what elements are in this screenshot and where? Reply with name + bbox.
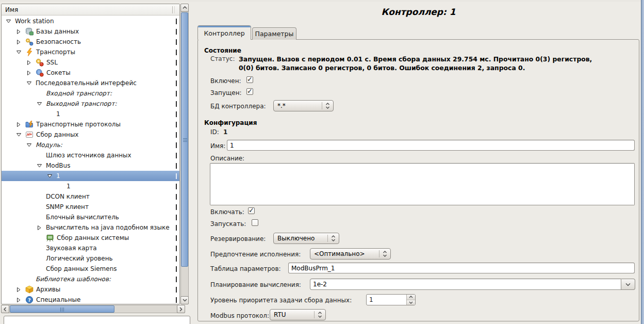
tree-item[interactable]: ?Специальные (2, 295, 179, 304)
tree-vertical-scrollbar-thumb[interactable] (181, 12, 188, 267)
tree-item[interactable]: Библиотека шаблонов: (2, 274, 179, 284)
tree-item[interactable]: Транспортные протоколы (2, 119, 179, 129)
tree-item[interactable]: Сбор данных (2, 129, 179, 140)
tree-item[interactable]: Выходной транспорт: (2, 99, 179, 109)
redundancy-select[interactable]: Выключено (273, 233, 339, 244)
tab-parameters[interactable]: Параметры (252, 27, 296, 40)
selected-value: <Оптимально> (310, 250, 379, 257)
to-enable-label: Включать: (210, 208, 244, 216)
expand-arrow-icon[interactable] (16, 297, 25, 303)
tree-item[interactable]: Сокеты (2, 68, 179, 78)
to-start-checkbox[interactable] (252, 219, 258, 226)
tab-controller[interactable]: Контроллер (197, 25, 251, 40)
status-text-line2: 0(0) битов. Записано 0 регистров, 0 бито… (239, 63, 623, 72)
combo-arrows-icon (328, 235, 339, 241)
priority-spinbox[interactable]: 1 (366, 294, 416, 305)
tree-item[interactable]: Сбор данных Siemens (2, 264, 179, 274)
tree-item[interactable]: 1 (2, 109, 179, 119)
enabled-checkbox[interactable] (246, 76, 253, 83)
prm-table-label: Таблица параметров: (210, 265, 281, 272)
id-label: ID: (210, 128, 219, 136)
tree-item[interactable]: Последовательный интерфейс (2, 78, 179, 88)
chevron-right-icon (179, 307, 183, 312)
collapse-arrow-icon[interactable] (6, 19, 15, 24)
tree-item[interactable]: Входной транспорт: (2, 88, 179, 99)
scroll-left-button[interactable] (1, 305, 9, 313)
tree-item-label: Сбор данных Siemens (46, 265, 117, 272)
expand-arrow-icon[interactable] (37, 225, 46, 231)
tree-item[interactable]: Безопасность (2, 37, 179, 47)
tree-item[interactable]: 1 (2, 171, 179, 181)
schedule-dropdown-button[interactable] (621, 279, 635, 290)
controller-db-select[interactable]: *.* (273, 100, 334, 111)
enabled-label: Включен: (210, 77, 241, 85)
tree-item-label: Сбор данных системы (57, 234, 129, 241)
prm-table-input[interactable] (288, 263, 635, 273)
protocol-icon (25, 120, 36, 128)
tree-item[interactable]: Блочный вычислитель (2, 212, 179, 222)
expand-arrow-icon[interactable] (16, 122, 25, 127)
tree-column-header[interactable]: Имя (2, 4, 179, 15)
spin-up-button[interactable] (407, 295, 415, 300)
tree-item-label: Логический уровень (46, 255, 113, 262)
to-start-label: Запускать: (210, 220, 246, 228)
tree-item[interactable]: Базы данных (2, 26, 179, 37)
tree-item[interactable]: ModBus (2, 160, 179, 171)
description-textarea[interactable] (210, 163, 635, 205)
tree-item-label: Звуковая карта (46, 245, 96, 252)
tree-item[interactable]: DCON клиент (2, 191, 179, 202)
scroll-down-button[interactable] (180, 296, 189, 304)
collapse-arrow-icon[interactable] (16, 50, 25, 55)
to-enable-checkbox[interactable] (248, 207, 255, 214)
collapse-arrow-icon[interactable] (37, 163, 46, 168)
tab-label: Параметры (255, 30, 294, 38)
tree-item[interactable]: Шлюз источников данных (2, 150, 179, 160)
combo-arrows-icon (379, 251, 390, 257)
protocol-select[interactable]: RTU (270, 309, 326, 320)
tree-item[interactable]: SNMP клиент (2, 202, 179, 212)
schedule-input[interactable] (310, 279, 621, 290)
tree-item-label: Выходной транспорт: (46, 100, 117, 107)
socket-icon (36, 69, 46, 77)
expand-arrow-icon[interactable] (26, 60, 36, 66)
tree-item[interactable]: Модуль: (2, 140, 179, 150)
expand-arrow-icon[interactable] (26, 70, 36, 76)
chevron-down-icon (625, 283, 631, 286)
message-area[interactable] (4, 316, 190, 324)
tree-item-label: DCON клиент (46, 193, 90, 200)
collapse-arrow-icon[interactable] (16, 132, 25, 137)
expand-arrow-icon[interactable] (16, 39, 25, 45)
tree-horizontal-scrollbar-thumb[interactable] (10, 305, 114, 313)
tree-item[interactable]: 1 (2, 181, 179, 191)
collapse-arrow-icon[interactable] (26, 80, 36, 86)
page-title: Контроллер: 1 (197, 7, 639, 17)
tree-item-label: SSL (46, 59, 58, 66)
preference-select[interactable]: <Оптимально> (310, 248, 391, 260)
scroll-right-button[interactable] (177, 305, 185, 313)
spin-down-button[interactable] (407, 300, 415, 305)
collapse-arrow-icon[interactable] (47, 173, 56, 179)
started-checkbox[interactable] (246, 88, 253, 95)
id-value: 1 (223, 128, 227, 136)
database-icon (25, 27, 36, 36)
expand-arrow-icon[interactable] (16, 29, 25, 35)
selected-value: RTU (270, 311, 314, 318)
tree-item[interactable]: Логический уровень (2, 253, 179, 264)
schedule-label: Планирование вычисления: (210, 281, 301, 288)
security-icon (25, 38, 36, 46)
tree-item-label: Последовательный интерфейс (36, 79, 137, 87)
tree-item[interactable]: Архивы (2, 284, 179, 295)
tree-item-label: Базы данных (36, 28, 79, 35)
tree-item[interactable]: SSL (2, 57, 179, 68)
expand-arrow-icon[interactable] (16, 287, 25, 293)
tree-item[interactable]: Work station (2, 16, 179, 26)
tree-item[interactable]: Сбор данных системы (2, 233, 179, 243)
tree-item[interactable]: Транспорты (2, 47, 179, 57)
collapse-arrow-icon[interactable] (26, 142, 36, 148)
started-label: Запущен: (210, 89, 242, 96)
tree-item[interactable]: Вычислитель на java подобном языке (2, 222, 179, 233)
tree-item[interactable]: Звуковая карта (2, 243, 179, 253)
scroll-up-button[interactable] (180, 4, 189, 12)
name-input[interactable] (227, 140, 635, 151)
collapse-arrow-icon[interactable] (37, 101, 46, 106)
